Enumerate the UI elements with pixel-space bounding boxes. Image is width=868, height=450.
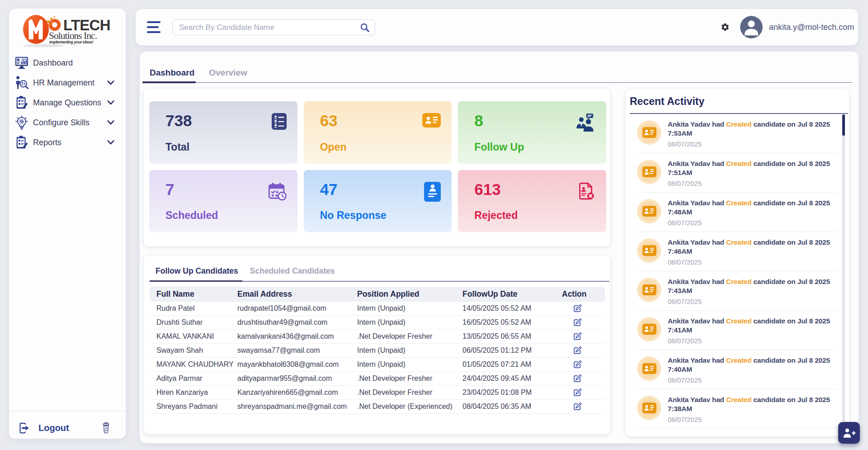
- cell-position: .Net Developer Fresher: [357, 388, 462, 397]
- cell-followup-date: 16/05/2025 05:52 AM: [462, 318, 562, 327]
- id-card-icon: [642, 245, 656, 256]
- cell-full-name: Shreyans Padmani: [156, 403, 237, 411]
- activity-item[interactable]: Ankita Yadav had Created candidate on Ju…: [626, 311, 843, 350]
- activity-date: 08/07/2025: [668, 258, 843, 266]
- activity-item[interactable]: Ankita Yadav had Created candidate on Ju…: [626, 153, 843, 193]
- user-email: ankita.y@mol-tech.com: [769, 9, 854, 45]
- recent-activity-title: Recent Activity: [630, 95, 704, 108]
- activity-item[interactable]: Ankita Yadav had Created candidate on Ju…: [626, 232, 843, 271]
- activity-item[interactable]: Ankita Yadav had Created candidate on Ju…: [626, 389, 843, 429]
- activity-time: 7:46AM: [668, 247, 692, 255]
- sidebar-menu: Dashboard HR Management Manage Questions…: [9, 53, 126, 152]
- id-card-icon: [422, 113, 441, 128]
- recent-activity-list: Ankita Yadav had Created candidate on Ju…: [626, 114, 843, 430]
- activity-item[interactable]: Ankita Yadav had Created candidate on Ju…: [626, 193, 843, 232]
- cell-full-name: MAYANK CHAUDHARY: [156, 360, 237, 369]
- edit-icon[interactable]: [573, 332, 582, 341]
- avatar[interactable]: [740, 16, 763, 38]
- activity-time: 7:51AM: [668, 169, 692, 176]
- table-row: Aditya Parmar adityaparmar955@gmail.com …: [150, 372, 605, 386]
- cell-position: .Net Developer Fresher: [357, 332, 462, 341]
- sidebar-item[interactable]: Reports: [9, 133, 126, 152]
- recycle-bin-icon[interactable]: [101, 422, 111, 434]
- sidebar-item[interactable]: Dashboard: [9, 53, 126, 73]
- sidebar-item[interactable]: Configure Skills: [9, 113, 126, 133]
- activity-text-block: Ankita Yadav had Created candidate on Ju…: [668, 356, 843, 384]
- tab-scheduled-candidates[interactable]: Scheduled Candidates: [244, 261, 341, 281]
- cell-position: Intern (Unpaid): [357, 304, 462, 313]
- cell-position: .Net Developer Fresher: [357, 374, 462, 383]
- stat-card-total[interactable]: 738 Total: [149, 101, 297, 164]
- followup-panel: Follow Up Candidates Scheduled Candidate…: [144, 256, 610, 434]
- sidebar-item[interactable]: HR Management: [9, 73, 126, 93]
- cell-followup-date: 23/04/2025 01:08 PM: [462, 388, 562, 397]
- cell-email: drushtisuthar49@gmail.com: [237, 318, 357, 327]
- edit-icon[interactable]: [573, 402, 582, 411]
- activity-action: Created: [726, 317, 751, 325]
- activity-item[interactable]: Ankita Yadav had Created candidate on Ju…: [626, 350, 843, 389]
- cell-email: kamalvankani436@gmail.com: [237, 332, 357, 341]
- stat-card-scheduled[interactable]: 7 Scheduled: [149, 170, 297, 232]
- scrollbar-track[interactable]: [842, 114, 845, 422]
- edit-icon[interactable]: [573, 318, 582, 327]
- activity-avatar: [637, 160, 661, 184]
- sidebar-item-icon: [14, 76, 29, 90]
- total-list-icon: [272, 113, 287, 130]
- table-header-cell: Email Address: [237, 289, 357, 299]
- activity-item[interactable]: Ankita Yadav had Created candidate on Ju…: [626, 271, 843, 311]
- search-icon[interactable]: [360, 23, 370, 33]
- edit-icon[interactable]: [573, 388, 582, 397]
- add-candidate-fab[interactable]: [838, 422, 860, 444]
- activity-text-block: Ankita Yadav had Created candidate on Ju…: [668, 199, 843, 227]
- stat-card-followup[interactable]: 8 Follow Up: [458, 101, 606, 164]
- stat-label: Rejected: [474, 210, 595, 221]
- cell-action: [562, 318, 605, 327]
- table-row: KAMAL VANKANI kamalvankani436@gmail.com …: [150, 330, 605, 344]
- edit-icon[interactable]: [573, 374, 582, 383]
- sidebar-item[interactable]: Manage Questions: [9, 93, 126, 113]
- cell-position: Intern (Unpaid): [357, 346, 462, 355]
- id-card-icon: [642, 127, 656, 138]
- edit-icon[interactable]: [573, 360, 582, 369]
- active-tab-underline: [150, 280, 242, 282]
- edit-icon[interactable]: [573, 304, 582, 313]
- stat-card-open[interactable]: 63 Open: [304, 101, 452, 164]
- table-header-cell: FollowUp Date: [462, 289, 562, 299]
- activity-avatar: [637, 120, 661, 145]
- activity-date: 08/07/2025: [668, 140, 843, 148]
- activity-text-block: Ankita Yadav had Created candidate on Ju…: [668, 395, 843, 423]
- hamburger-menu-icon[interactable]: [147, 21, 160, 33]
- logout-button[interactable]: Logout: [9, 417, 126, 439]
- tab-followup-candidates[interactable]: Follow Up Candidates: [150, 261, 244, 281]
- cell-email: rudrapatel1054@gmail.com: [237, 304, 357, 313]
- stat-card-noresponse[interactable]: 47 No Response: [304, 170, 452, 232]
- activity-text-block: Ankita Yadav had Created candidate on Ju…: [668, 317, 843, 345]
- gear-icon[interactable]: [721, 23, 730, 32]
- stat-label: Open: [320, 142, 441, 152]
- search-box: [172, 19, 375, 35]
- scrollbar-thumb[interactable]: [842, 114, 845, 136]
- tab-overview[interactable]: Overview: [202, 63, 255, 83]
- cell-email: shreyanspadmani.me@gmail.com: [237, 403, 357, 411]
- activity-text-block: Ankita Yadav had Created candidate on Ju…: [668, 238, 843, 266]
- tab-dashboard[interactable]: Dashboard: [142, 63, 202, 83]
- edit-icon[interactable]: [573, 346, 582, 355]
- stats-panel: 738 Total 63 Open 8 Follow Up: [144, 89, 610, 246]
- cell-followup-date: 24/04/2025 09:45 AM: [462, 374, 562, 383]
- sidebar-item-icon: [14, 135, 29, 150]
- chevron-down-icon: [107, 80, 115, 85]
- stat-card-rejected[interactable]: 613 Rejected: [458, 170, 606, 232]
- activity-item[interactable]: Ankita Yadav had Created candidate on Ju…: [626, 114, 843, 153]
- activity-date: 08/07/2025: [668, 416, 843, 423]
- stat-value: 738: [165, 113, 287, 128]
- cell-position: .Net Developer (Experienced): [357, 403, 462, 411]
- cell-followup-date: 06/05/2025 01:12 PM: [462, 346, 562, 355]
- sidebar-item-label: Manage Questions: [33, 98, 101, 108]
- stat-label: Follow Up: [474, 142, 595, 152]
- id-card-icon: [642, 284, 656, 295]
- search-input[interactable]: [173, 20, 360, 35]
- activity-action: Created: [726, 396, 751, 403]
- activity-text: Ankita Yadav had Created candidate on Ju…: [668, 159, 843, 177]
- cell-email: Kanzariyahiren665@gmail.com: [237, 388, 357, 397]
- cell-action: [562, 346, 605, 355]
